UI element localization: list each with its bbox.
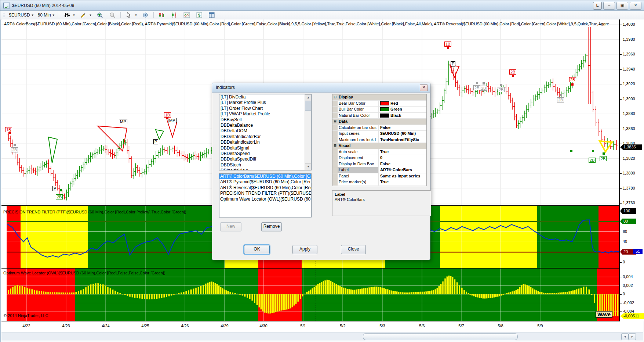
owl-pane[interactable]: Optimum Wave Locator (OWL)($EURUSD (60 M… bbox=[1, 269, 619, 321]
horizontal-scrollbar[interactable]: ◂ ▸ bbox=[1, 332, 643, 341]
price-tick: 1,4000 bbox=[623, 22, 635, 26]
available-indicator-item[interactable]: DBBuySell bbox=[219, 117, 311, 123]
dialog-close-icon[interactable]: ✕ bbox=[420, 84, 428, 91]
property-label: Bull Bar Color bbox=[338, 107, 379, 112]
property-row[interactable]: Input series$EURUSD (60 Min) bbox=[332, 131, 426, 137]
property-value[interactable]: TwoHundredFiftySix bbox=[379, 137, 426, 143]
chevron-down-icon: ▼ bbox=[89, 14, 92, 17]
property-value[interactable]: 0 bbox=[379, 155, 426, 161]
link-button[interactable]: L bbox=[593, 2, 602, 10]
property-row[interactable]: LabelART® ColorBars bbox=[332, 167, 426, 173]
available-indicator-item[interactable]: DBDeltaIndicatorLin bbox=[219, 140, 311, 145]
indicator-property-grid[interactable]: ⊟DisplayBear Bar ColorRedBull Bar ColorG… bbox=[332, 94, 427, 186]
property-row[interactable]: ⊟Visual bbox=[332, 143, 426, 149]
zoom-out-button[interactable] bbox=[106, 11, 119, 19]
property-row[interactable]: Scale justificationRight bbox=[332, 186, 426, 187]
price-axis[interactable]: 1,40001,39801,39601,39401,39201,39001,38… bbox=[619, 19, 644, 321]
property-row[interactable]: PanelSame as input series bbox=[332, 173, 426, 180]
property-value[interactable]: Red bbox=[379, 101, 426, 107]
cursor-tool-button[interactable]: ▼ bbox=[123, 11, 139, 19]
scroll-left-button[interactable]: ◂ bbox=[621, 333, 629, 340]
available-indicator-item[interactable]: DBDeltaSignal bbox=[219, 145, 311, 151]
ok-button[interactable]: OK bbox=[244, 245, 270, 254]
configured-indicator-item[interactable]: ART® Reversal($EURUSD (60 Min),Color [Re… bbox=[219, 185, 311, 191]
mini-chart-button[interactable] bbox=[181, 11, 193, 19]
signal-dot bbox=[570, 150, 572, 152]
restore-button[interactable]: ▣ bbox=[616, 2, 628, 10]
property-value[interactable]: Green bbox=[379, 107, 426, 112]
dialog-title-bar[interactable]: Indicators ✕ bbox=[212, 83, 430, 93]
owl-tick: -0,004 bbox=[623, 309, 634, 313]
available-indicator-item[interactable]: DBDeltaDOM bbox=[219, 128, 311, 134]
property-row[interactable]: ⊟Display bbox=[332, 94, 426, 101]
configured-indicators-list[interactable]: ART® ColorBars($EURUSD (60 Min),Color [G… bbox=[219, 173, 312, 217]
available-indicator-item[interactable]: [LT] VWAP Market Profile bbox=[219, 111, 311, 117]
remove-button[interactable]: Remove bbox=[261, 222, 282, 231]
chart-style-button[interactable] bbox=[168, 11, 181, 19]
property-row[interactable]: Auto scaleTrue bbox=[332, 149, 426, 155]
property-row[interactable]: Calculate on bar closFalse bbox=[332, 125, 426, 131]
available-indicator-item[interactable]: DBDeltaIndicatorBar bbox=[219, 134, 311, 140]
date-tick: 5/3 bbox=[379, 324, 385, 328]
property-value[interactable]: Black bbox=[379, 113, 426, 119]
available-indicator-item[interactable]: DBDStoch bbox=[219, 162, 311, 168]
toolbar-grip[interactable]: ⣿ bbox=[3, 13, 5, 17]
scrollbar-thumb[interactable] bbox=[363, 333, 518, 340]
apply-button[interactable]: Apply bbox=[292, 245, 317, 254]
property-row[interactable]: ⊟Data bbox=[332, 119, 426, 125]
available-indicator-item[interactable]: DBInsideView bbox=[219, 168, 311, 170]
title-bar[interactable]: $EURUSD (60 Min) 2014-05-09 L – ▣ ✕ bbox=[0, 0, 644, 11]
property-value[interactable]: ART® ColorBars bbox=[379, 167, 426, 173]
crosshair-button[interactable] bbox=[139, 11, 152, 19]
scroll-down-icon[interactable]: ▼ bbox=[305, 163, 312, 170]
list-scrollbar[interactable]: ▲ ▼ bbox=[305, 94, 311, 170]
time-axis[interactable]: 4/224/234/244/254/264/294/305/15/25/35/6… bbox=[1, 321, 619, 330]
available-indicator-item[interactable]: DBDeltaBalance bbox=[219, 123, 311, 128]
scroll-up-icon[interactable]: ▲ bbox=[305, 94, 312, 101]
dialog-close-button[interactable]: Close bbox=[341, 245, 366, 254]
property-value[interactable]: True bbox=[379, 149, 426, 155]
configured-indicator-item[interactable]: ART® ColorBars($EURUSD (60 Min),Color [G… bbox=[219, 174, 311, 179]
property-value[interactable]: Same as input series bbox=[379, 173, 426, 179]
configured-indicator-item[interactable]: PRECISION TREND FILTER (PTF)($EURUSD (60 bbox=[219, 191, 311, 196]
property-row[interactable]: Bear Bar ColorRed bbox=[332, 101, 426, 107]
available-indicator-item[interactable]: DBDeltaSpeedDiff bbox=[219, 156, 311, 162]
available-indicator-item[interactable]: [LT] Order Flow Chart bbox=[219, 106, 311, 111]
new-button[interactable]: New bbox=[220, 222, 241, 231]
market-analyzer-button[interactable] bbox=[156, 11, 168, 19]
data-grid-button[interactable] bbox=[205, 11, 218, 19]
property-row[interactable]: Display in Data BoxFalse bbox=[332, 161, 426, 168]
property-row[interactable]: Maximum bars look lTwoHundredFiftySix bbox=[332, 137, 426, 143]
price-tick: 1,3760 bbox=[623, 201, 635, 205]
scroll-right-button[interactable]: ▸ bbox=[629, 333, 636, 340]
indicators-button[interactable]: ▼ bbox=[61, 11, 77, 19]
close-button[interactable]: ✕ bbox=[630, 2, 641, 10]
property-row[interactable]: Displacement0 bbox=[332, 155, 426, 161]
zoom-in-button[interactable] bbox=[94, 11, 106, 19]
property-value[interactable]: False bbox=[379, 125, 426, 131]
panel-separator[interactable] bbox=[1, 268, 619, 269]
property-row[interactable]: Natural Bar ColorBlack bbox=[332, 113, 426, 119]
chevron-down-icon: ▼ bbox=[134, 14, 137, 17]
interval-selector[interactable]: 60 Min ▼ bbox=[36, 12, 57, 18]
dollar-icon: $ bbox=[196, 12, 203, 18]
property-value[interactable]: $EURUSD (60 Min) bbox=[379, 131, 426, 137]
instrument-selector[interactable]: $EURUSD ▼ bbox=[7, 12, 36, 18]
property-value[interactable]: True bbox=[379, 179, 426, 185]
available-indicator-item[interactable]: [LT] Market Profile Plus bbox=[219, 100, 311, 105]
drawing-tools-button[interactable]: ▼ bbox=[77, 11, 94, 19]
property-value[interactable]: Right bbox=[379, 186, 426, 187]
configured-indicator-item[interactable]: Optimum Wave Locator (OWL)($EURUSD (60 M… bbox=[219, 197, 311, 202]
minimize-button[interactable]: – bbox=[603, 2, 615, 10]
property-row[interactable]: Price marker(s)True bbox=[332, 179, 426, 186]
property-row[interactable]: Bull Bar ColorGreen bbox=[332, 107, 426, 113]
account-button[interactable]: $ bbox=[193, 11, 205, 19]
chart-area[interactable]: ART® ColorBars($EURUSD (60 Min),Color [G… bbox=[1, 19, 643, 341]
available-indicator-item[interactable]: [LT] DivDelta bbox=[219, 94, 311, 100]
available-indicators-list[interactable]: ▲ ▼ [LT] DivDelta[LT] Market Profile Plu… bbox=[219, 94, 312, 170]
property-value[interactable]: False bbox=[379, 161, 426, 167]
available-indicator-item[interactable]: DBDeltaSpeed bbox=[219, 151, 311, 156]
list-scrollbar-thumb[interactable] bbox=[305, 101, 312, 111]
trade-marker-2b: 2B bbox=[589, 158, 596, 163]
configured-indicator-item[interactable]: ART® Pyramid($EURUSD (60 Min),Color [Red… bbox=[219, 179, 311, 185]
